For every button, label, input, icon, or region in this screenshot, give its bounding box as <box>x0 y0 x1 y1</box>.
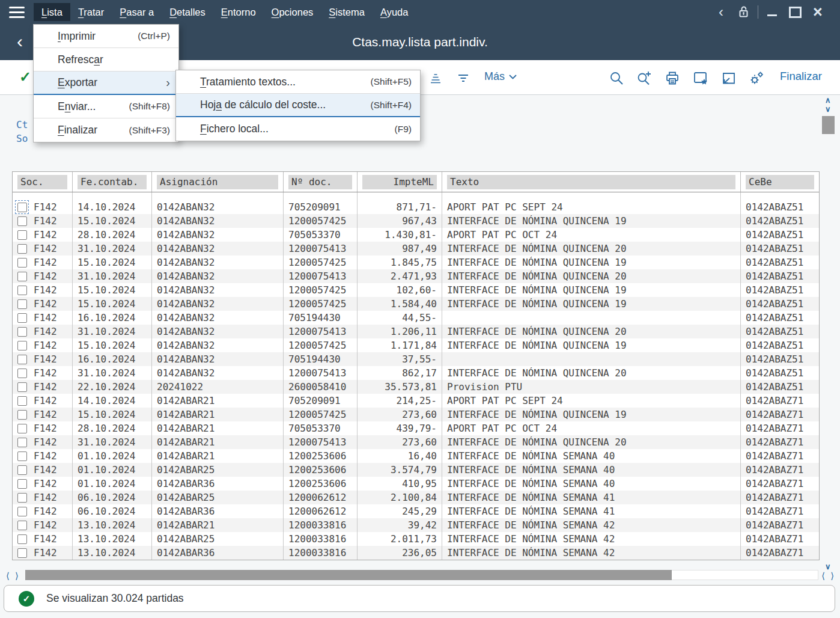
row-checkbox[interactable] <box>16 201 28 213</box>
column-header-6[interactable]: CeBe <box>741 172 819 192</box>
table-row[interactable]: F14213.10.20240142ABAR2512000338162.011,… <box>13 532 819 546</box>
vertical-scrollbar[interactable]: ∧ ∨ ∨ <box>821 96 836 571</box>
menu-item-finalizar[interactable]: Finalizar(Shift+F3) <box>34 118 178 142</box>
column-header-0[interactable]: Soc. <box>13 172 73 192</box>
menubar-item-lista[interactable]: Lista <box>34 3 70 21</box>
toolbar-finalizar-button[interactable]: Finalizar <box>780 70 822 83</box>
row-checkbox[interactable] <box>16 519 28 531</box>
menu-item-tratamiento-textos[interactable]: Tratamiento textos...(Shift+F5) <box>176 70 420 94</box>
more-button[interactable]: Más <box>484 70 517 83</box>
table-row[interactable]: F14216.10.20240142ABAN3270519443044,55-0… <box>13 311 819 325</box>
table-row[interactable]: F14215.10.20240142ABAN3212000574251.845,… <box>13 255 819 269</box>
row-checkbox[interactable] <box>16 533 28 545</box>
menubar-item-pasar-a[interactable]: Pasar a <box>112 3 162 21</box>
row-checkbox[interactable] <box>16 229 28 240</box>
table-row[interactable]: F14231.10.20240142ABAN321200075413862,17… <box>13 366 819 380</box>
table-row[interactable]: F14231.10.20240142ABAR211200075413273,60… <box>13 435 819 449</box>
close-icon[interactable]: × <box>806 0 829 24</box>
menu-item-exportar[interactable]: Exportar› <box>34 72 178 95</box>
horizontal-scrollbar-thumb[interactable] <box>25 570 672 580</box>
row-checkbox[interactable] <box>16 450 28 462</box>
search-more-icon[interactable] <box>636 70 653 87</box>
table-row[interactable]: F14215.10.20240142ABAN3212000574251.171,… <box>13 338 819 352</box>
table-row[interactable]: F14201.10.20240142ABAR21120025360616,40I… <box>13 449 819 463</box>
search-icon[interactable] <box>608 70 625 87</box>
column-header-1[interactable]: Fe.contab. <box>73 172 152 192</box>
print-icon[interactable] <box>664 70 681 87</box>
back-button[interactable]: ‹ <box>17 31 23 52</box>
table-row[interactable]: F14228.10.20240142ABAR21705053370439,79-… <box>13 421 819 435</box>
row-checkbox[interactable] <box>16 340 28 351</box>
table-row[interactable]: F14231.10.20240142ABAN3212000754132.471,… <box>13 269 819 283</box>
row-checkbox[interactable] <box>16 326 28 337</box>
save-variant-icon[interactable] <box>692 70 709 87</box>
row-checkbox[interactable] <box>16 284 28 296</box>
row-checkbox[interactable] <box>16 312 28 323</box>
row-checkbox[interactable] <box>16 547 28 558</box>
table-row[interactable]: F14201.10.20240142ABAR2512002536063.574,… <box>13 463 819 477</box>
row-checkbox[interactable] <box>16 492 28 503</box>
menu-item-refrescar[interactable]: Refrescar <box>34 48 178 72</box>
table-row[interactable]: F14215.10.20240142ABAN321200057425967,43… <box>13 214 819 228</box>
vertical-scrollbar-thumb[interactable] <box>822 116 835 134</box>
table-row[interactable]: F14201.10.20240142ABAR361200253606410,95… <box>13 477 819 491</box>
table-row[interactable]: F14213.10.20240142ABAR361200033816236,05… <box>13 546 819 560</box>
menubar-item-opciones[interactable]: Opciones <box>264 3 321 21</box>
column-header-4[interactable]: ImpteML <box>358 172 442 192</box>
menubar-item-entorno[interactable]: Entorno <box>213 3 264 21</box>
row-checkbox[interactable] <box>16 423 28 434</box>
scroll-right-icon[interactable]: ⟩ <box>15 571 19 581</box>
scroll-up-icon[interactable]: ∧ <box>825 97 831 103</box>
scroll-left-icon[interactable]: ⟨ <box>6 571 10 581</box>
column-header-5[interactable]: Texto <box>442 172 741 192</box>
scroll-down-icon[interactable]: ∨ <box>825 106 831 112</box>
column-header-2[interactable]: Asignación <box>152 172 284 192</box>
row-checkbox[interactable] <box>16 381 28 393</box>
filter-icon[interactable] <box>455 70 472 87</box>
row-checkbox[interactable] <box>16 298 28 310</box>
jump-to-icon[interactable] <box>720 70 737 87</box>
table-row[interactable]: F14213.10.20240142ABAR21120003381639,42I… <box>13 518 819 532</box>
collapse-chevron-icon[interactable]: ‹ <box>710 0 732 24</box>
row-checkbox[interactable] <box>16 257 28 268</box>
row-checkbox[interactable] <box>16 464 28 476</box>
menu-item-enviar[interactable]: Enviar...(Shift+F8) <box>34 95 178 118</box>
table-row[interactable]: F14215.10.20240142ABAN3212000574251.584,… <box>13 297 819 311</box>
menu-item-hoja-calculo-coste[interactable]: Hoja de cálculo del coste...(Shift+F4) <box>176 94 420 117</box>
table-row[interactable]: F14215.10.20240142ABAR211200057425273,60… <box>13 408 819 421</box>
table-row[interactable]: F14215.10.20240142ABAN321200057425102,60… <box>13 283 819 297</box>
table-row[interactable]: F14214.10.20240142ABAR21705209091214,25-… <box>13 394 819 408</box>
row-checkbox[interactable] <box>16 215 28 227</box>
sort-icon[interactable] <box>428 70 445 87</box>
row-checkbox[interactable] <box>16 436 28 448</box>
row-checkbox[interactable] <box>16 409 28 420</box>
row-checkbox[interactable] <box>16 506 28 517</box>
confirm-check-icon[interactable]: ✓ <box>19 69 31 85</box>
menubar-item-detalles[interactable]: Detalles <box>162 3 213 21</box>
table-row[interactable]: F14228.10.20240142ABAN327050533701.430,8… <box>13 228 819 242</box>
settings-icon[interactable] <box>749 70 765 87</box>
row-checkbox[interactable] <box>16 478 28 489</box>
scroll-left2-icon[interactable]: ⟨ <box>821 571 825 581</box>
scroll-bottom-icon[interactable]: ∨ <box>825 564 831 570</box>
scroll-right2-icon[interactable]: ⟩ <box>830 571 834 581</box>
table-row[interactable]: F14222.10.202420241022260005841035.573,8… <box>13 380 819 394</box>
table-row[interactable]: F14231.10.20240142ABAN321200075413987,49… <box>13 242 819 255</box>
row-checkbox[interactable] <box>16 271 28 282</box>
maximize-icon[interactable] <box>784 0 806 24</box>
menubar-item-ayuda[interactable]: Ayuda <box>373 3 416 21</box>
table-row[interactable]: F14214.10.20240142ABAN32705209091871,71-… <box>13 200 819 214</box>
horizontal-scrollbar[interactable]: ⟨ ⟩ ⟨ ⟩ <box>5 570 835 581</box>
menu-item-imprimir[interactable]: Imprimir(Ctrl+P) <box>34 25 178 48</box>
menu-item-fichero-local[interactable]: Fichero local...(F9) <box>176 117 420 141</box>
minimize-icon[interactable] <box>761 0 784 24</box>
row-checkbox[interactable] <box>16 353 28 365</box>
row-checkbox[interactable] <box>16 367 28 379</box>
unlock-icon[interactable] <box>732 0 755 24</box>
row-checkbox[interactable] <box>16 395 28 406</box>
menubar-item-sistema[interactable]: Sistema <box>321 3 373 21</box>
hamburger-menu-icon[interactable] <box>0 0 34 24</box>
menubar-item-tratar[interactable]: Tratar <box>70 3 112 21</box>
table-row[interactable]: F14206.10.20240142ABAR2512000626122.100,… <box>13 491 819 504</box>
table-row[interactable]: F14216.10.20240142ABAN3270519443037,55-0… <box>13 352 819 366</box>
